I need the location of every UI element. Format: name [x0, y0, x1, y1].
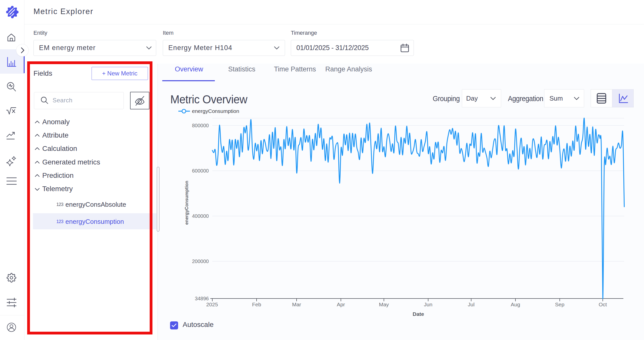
svg-text:Sep: Sep [555, 302, 564, 307]
svg-text:600000: 600000 [192, 168, 209, 174]
svg-text:200000: 200000 [192, 259, 209, 264]
svg-text:Date: Date [413, 311, 424, 317]
svg-text:Jul: Jul [468, 302, 475, 307]
svg-text:400000: 400000 [192, 213, 209, 219]
svg-text:energyConsumption: energyConsumption [184, 181, 189, 225]
svg-text:800000: 800000 [192, 123, 209, 128]
svg-text:Mar: Mar [292, 302, 301, 307]
svg-text:Apr: Apr [337, 302, 345, 307]
svg-text:Feb: Feb [252, 302, 261, 307]
svg-text:34896: 34896 [195, 296, 209, 301]
svg-text:May: May [379, 302, 389, 307]
svg-text:2025: 2025 [206, 302, 218, 307]
svg-text:Jun: Jun [424, 302, 432, 307]
svg-text:Oct: Oct [599, 302, 607, 307]
svg-text:energyConsumption: energyConsumption [192, 108, 239, 114]
svg-text:Aug: Aug [511, 302, 520, 307]
